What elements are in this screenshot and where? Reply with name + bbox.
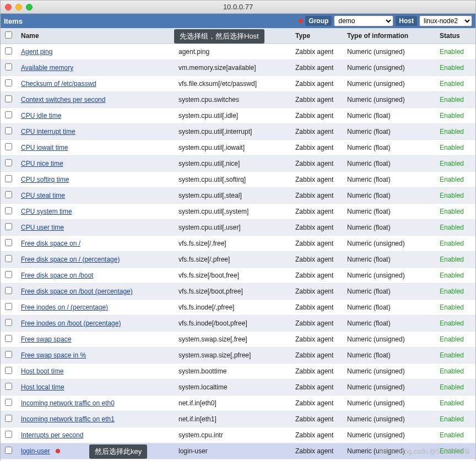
item-key-cell: kernel.maxfiles xyxy=(174,459,291,462)
row-checkbox[interactable] xyxy=(5,143,12,150)
item-name-link[interactable]: Incoming network traffic on eth1 xyxy=(21,415,115,423)
item-status-cell[interactable]: Enabled xyxy=(435,76,475,92)
row-checkbox[interactable] xyxy=(5,351,12,358)
item-status-cell[interactable]: Enabled xyxy=(435,108,475,124)
item-status-cell[interactable]: Enabled xyxy=(435,220,475,236)
item-status-cell[interactable]: Enabled xyxy=(435,204,475,220)
item-status-cell[interactable]: Enabled xyxy=(435,379,475,395)
item-key-cell: vfs.fs.inode[/boot,pfree] xyxy=(174,316,291,332)
item-status-cell[interactable]: Enabled xyxy=(435,332,475,348)
row-checkbox[interactable] xyxy=(5,175,12,182)
item-status-cell[interactable]: Enabled xyxy=(435,44,475,60)
item-name-link[interactable]: Free inodes on / (percentage) xyxy=(21,303,108,311)
item-type-cell: Zabbix agent xyxy=(291,427,343,443)
item-name-link[interactable]: CPU softirq time xyxy=(21,176,69,183)
row-checkbox[interactable] xyxy=(5,223,12,230)
item-status-cell[interactable]: Enabled xyxy=(435,284,475,300)
item-name-link[interactable]: CPU idle time xyxy=(21,112,61,120)
header-info[interactable]: Type of information xyxy=(343,28,435,44)
row-checkbox[interactable] xyxy=(5,95,12,102)
item-name-link[interactable]: Incoming network traffic on eth0 xyxy=(21,399,115,407)
item-name-link[interactable]: Free swap space xyxy=(21,335,71,343)
row-checkbox[interactable] xyxy=(5,303,12,310)
item-name-link[interactable]: Free inodes on /boot (percentage) xyxy=(21,319,121,327)
header-type[interactable]: Type xyxy=(291,28,343,44)
item-status-cell[interactable]: Enabled xyxy=(435,140,475,156)
item-status-cell[interactable]: Enabled xyxy=(435,92,475,108)
item-type-cell: Zabbix agent xyxy=(291,332,343,348)
item-name-link[interactable]: Free swap space in % xyxy=(21,351,86,359)
item-name-link[interactable]: Available memory xyxy=(21,64,73,72)
row-checkbox[interactable] xyxy=(5,79,12,86)
item-name-link[interactable]: Free disk space on /boot xyxy=(21,272,93,279)
item-name-link[interactable]: Context switches per second xyxy=(21,96,105,104)
row-checkbox[interactable] xyxy=(5,335,12,342)
item-status-cell[interactable]: Enabled xyxy=(435,124,475,140)
item-status-cell[interactable]: Enabled xyxy=(435,427,475,443)
item-name-link[interactable]: Interrupts per second xyxy=(21,431,83,439)
header-name[interactable]: Name xyxy=(17,28,174,44)
minimize-icon[interactable] xyxy=(15,4,22,10)
item-name-link[interactable]: CPU nice time xyxy=(21,160,63,167)
item-status-cell[interactable]: Enabled xyxy=(435,172,475,188)
row-checkbox[interactable] xyxy=(5,111,12,118)
row-checkbox[interactable] xyxy=(5,383,12,390)
item-name-link[interactable]: Host local time xyxy=(21,383,64,391)
item-name-link[interactable]: CPU iowait time xyxy=(21,144,68,151)
item-name-link[interactable]: Checksum of /etc/passwd xyxy=(21,80,96,88)
item-name-link[interactable]: CPU user time xyxy=(21,224,64,231)
item-name-link[interactable]: Free disk space on / (percentage) xyxy=(21,256,120,263)
item-status-cell[interactable]: Enabled xyxy=(435,252,475,268)
row-checkbox[interactable] xyxy=(5,399,12,406)
group-select[interactable]: demo xyxy=(334,15,393,26)
row-checkbox[interactable] xyxy=(5,47,12,55)
item-status-cell[interactable]: Enabled xyxy=(435,60,475,76)
host-select[interactable]: linux-node2 xyxy=(419,15,472,26)
item-name-link[interactable]: Host boot time xyxy=(21,367,63,375)
item-name-link[interactable]: Agent ping xyxy=(21,48,52,56)
row-checkbox[interactable] xyxy=(5,191,12,198)
item-status-cell[interactable]: Enabled xyxy=(435,300,475,316)
item-key-cell: system.cpu.util[,softirq] xyxy=(174,172,291,188)
item-info-cell: Numeric (float) xyxy=(343,300,435,316)
row-checkbox[interactable] xyxy=(5,367,12,374)
row-checkbox[interactable] xyxy=(5,415,12,422)
row-checkbox[interactable] xyxy=(5,447,12,454)
row-checkbox[interactable] xyxy=(5,239,12,246)
row-checkbox[interactable] xyxy=(5,127,12,134)
item-status-cell[interactable]: Enabled xyxy=(435,364,475,379)
row-checkbox[interactable] xyxy=(5,207,12,214)
item-name-link[interactable]: Free disk space on /boot (percentage) xyxy=(21,288,133,295)
item-key-cell: vfs.fs.size[/boot,pfree] xyxy=(174,284,291,300)
item-status-cell[interactable]: Enabled xyxy=(435,348,475,364)
item-status-cell[interactable]: Enabled xyxy=(435,156,475,172)
row-checkbox[interactable] xyxy=(5,255,12,262)
item-status-cell[interactable]: Enabled xyxy=(435,443,475,459)
row-checkbox[interactable] xyxy=(5,271,12,278)
row-checkbox[interactable] xyxy=(5,431,12,438)
item-status-cell[interactable]: Enabled xyxy=(435,316,475,332)
header-status[interactable]: Status xyxy=(435,28,475,44)
row-checkbox[interactable] xyxy=(5,63,12,70)
item-status-cell[interactable] xyxy=(435,459,475,462)
item-name-link[interactable]: CPU system time xyxy=(21,208,72,215)
item-status-cell[interactable]: Enabled xyxy=(435,411,475,427)
row-checkbox[interactable] xyxy=(5,159,12,166)
item-status-cell[interactable]: Enabled xyxy=(435,268,475,284)
row-checkbox[interactable] xyxy=(5,287,12,294)
item-status-cell[interactable]: Enabled xyxy=(435,395,475,411)
item-name-link[interactable]: login-user xyxy=(21,447,50,455)
item-type-cell: Zabbix agent xyxy=(291,220,343,236)
item-type-cell: Zabbix agent xyxy=(291,108,343,124)
row-checkbox[interactable] xyxy=(5,319,12,326)
items-header-bar: Items 先选择组，然后选择Host Group demo Host linu… xyxy=(1,14,475,28)
item-status-cell[interactable]: Enabled xyxy=(435,188,475,204)
close-icon[interactable] xyxy=(5,4,12,10)
maximize-icon[interactable] xyxy=(26,4,33,10)
item-name-link[interactable]: Free disk space on / xyxy=(21,240,80,247)
item-status-cell[interactable]: Enabled xyxy=(435,236,475,252)
select-all-checkbox[interactable] xyxy=(5,31,12,39)
item-name-link[interactable]: CPU interrupt time xyxy=(21,128,75,135)
item-name-link[interactable]: CPU steal time xyxy=(21,192,65,199)
table-row: Context switches per secondsystem.cpu.sw… xyxy=(1,92,475,108)
